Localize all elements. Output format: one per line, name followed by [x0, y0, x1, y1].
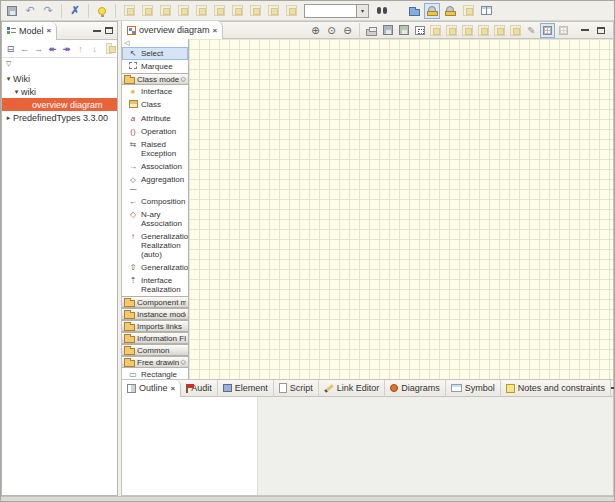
element-tool-button-10[interactable]: [283, 3, 299, 19]
tab-diagrams[interactable]: Diagrams: [385, 380, 446, 397]
collapse-all-button[interactable]: ⊟: [4, 42, 17, 56]
navigate-back-button[interactable]: ←: [18, 42, 31, 56]
user-tool-button[interactable]: [442, 3, 458, 19]
palette-item-generalization[interactable]: ⇧ Generalization: [122, 261, 188, 274]
layout-tool-button-1[interactable]: [428, 23, 443, 38]
tree-item-wiki-project[interactable]: ▾ Wiki: [2, 72, 117, 85]
close-icon[interactable]: ×: [47, 26, 52, 35]
table-view-button[interactable]: [478, 3, 494, 19]
palette-item-select[interactable]: ↖ Select: [122, 47, 188, 60]
hint-button[interactable]: [94, 3, 110, 19]
element-tool-button-2[interactable]: [139, 3, 155, 19]
open-folder-button[interactable]: [406, 3, 422, 19]
tab-script[interactable]: Script: [274, 380, 319, 397]
palette-group-imports-links[interactable]: Imports links: [122, 320, 188, 332]
palette-item-interface-realization[interactable]: ⇡ Interface Realization: [122, 274, 188, 296]
palette-group-class-model[interactable]: Class model ◇: [122, 73, 188, 85]
palette-item-composition[interactable]: ← Composition: [122, 195, 188, 208]
combo-dropdown-button[interactable]: ▾: [356, 4, 369, 18]
tree-item-predefinedtypes[interactable]: ▸ PredefinedTypes 3.3.00: [2, 111, 117, 124]
pin-icon[interactable]: ◇: [181, 358, 186, 366]
fit-to-page-button[interactable]: [412, 23, 427, 38]
tab-model[interactable]: Model ×: [2, 22, 57, 40]
layout-tool-button-2[interactable]: [444, 23, 459, 38]
tab-element[interactable]: Element: [218, 380, 274, 397]
print-button[interactable]: [364, 23, 379, 38]
palette-item-attribute[interactable]: a Attribute: [122, 112, 188, 125]
element-tool-button-3[interactable]: [157, 3, 173, 19]
snap-grid-button[interactable]: [556, 23, 571, 38]
minimize-icon[interactable]: [581, 29, 589, 31]
show-grid-button[interactable]: [540, 23, 555, 38]
element-tool-button-8[interactable]: [247, 3, 263, 19]
layout-tool-button-3[interactable]: [460, 23, 475, 38]
element-tool-button-7[interactable]: [229, 3, 245, 19]
clipped-toolbar-button[interactable]: [102, 42, 115, 56]
tab-audit[interactable]: Audit: [181, 380, 218, 397]
navigate-forward-button[interactable]: →: [32, 42, 45, 56]
pin-icon[interactable]: ◇: [181, 75, 186, 83]
zoom-reset-button[interactable]: ⊙: [324, 23, 339, 38]
zoom-out-button[interactable]: ⊖: [340, 23, 355, 38]
palette-item-generalization-realization-auto[interactable]: ↑ Generalizatio... Realization (auto): [122, 230, 188, 261]
palette-item-association[interactable]: → Association: [122, 160, 188, 173]
diagram-canvas[interactable]: [189, 39, 613, 379]
palette-item-operation[interactable]: () Operation: [122, 125, 188, 138]
palette-item-nary-association[interactable]: ◇ N-ary Association: [122, 208, 188, 230]
view-menu-icon[interactable]: ▽: [6, 60, 11, 68]
minimize-icon[interactable]: [611, 387, 615, 389]
configuration-button[interactable]: ✗: [67, 3, 83, 19]
palette-group-information-flow[interactable]: Information Flo...: [122, 332, 188, 344]
permissions-toggle-button[interactable]: [424, 3, 440, 19]
related-forward-button[interactable]: ↠: [60, 42, 73, 56]
save-diagram-button[interactable]: [380, 23, 395, 38]
element-tool-button-9[interactable]: [265, 3, 281, 19]
undo-button[interactable]: ↶: [22, 3, 38, 19]
maximize-icon[interactable]: [597, 27, 605, 34]
expander-icon[interactable]: ▾: [4, 75, 13, 83]
export-tool-button[interactable]: [460, 3, 476, 19]
element-tool-button-6[interactable]: [211, 3, 227, 19]
close-icon[interactable]: ×: [213, 26, 218, 35]
palette-item-aggregation[interactable]: ◇— Aggregation: [122, 173, 188, 195]
tab-notes-and-constraints[interactable]: Notes and constraints: [501, 380, 611, 397]
palette-collapse-icon[interactable]: ◁: [124, 39, 129, 47]
search-button[interactable]: [374, 3, 390, 19]
zoom-in-button[interactable]: ⊕: [308, 23, 323, 38]
close-icon[interactable]: ×: [171, 384, 176, 393]
style-edit-button[interactable]: ✎: [524, 23, 539, 38]
related-back-button[interactable]: ↞: [46, 42, 59, 56]
element-tool-button-5[interactable]: [193, 3, 209, 19]
save-button[interactable]: [4, 3, 20, 19]
outline-thumbnail[interactable]: [122, 397, 258, 495]
search-input[interactable]: [304, 4, 356, 18]
layout-tool-button-6[interactable]: [508, 23, 523, 38]
palette-item-rectangle[interactable]: ▭ Rectangle: [122, 368, 188, 379]
move-down-button[interactable]: ↓: [88, 42, 101, 56]
move-up-button[interactable]: ↑: [74, 42, 87, 56]
layout-tool-button-4[interactable]: [476, 23, 491, 38]
palette-item-marquee[interactable]: Marquee: [122, 60, 188, 73]
palette-item-class[interactable]: Class: [122, 98, 188, 112]
palette-group-component-model[interactable]: Component mo...: [122, 296, 188, 308]
minimize-icon[interactable]: [93, 30, 101, 32]
expander-icon[interactable]: ▾: [12, 88, 21, 96]
tab-symbol[interactable]: Symbol: [446, 380, 501, 397]
save-image-button[interactable]: [396, 23, 411, 38]
tab-link-editor[interactable]: Link Editor: [319, 380, 386, 397]
palette-item-raised-exception[interactable]: ⇆ Raised Exception: [122, 138, 188, 160]
expander-icon[interactable]: ▸: [4, 114, 13, 122]
tab-outline[interactable]: Outline ×: [122, 380, 181, 397]
redo-button[interactable]: ↷: [40, 3, 56, 19]
palette-group-free-drawing[interactable]: Free drawing ◇: [122, 356, 188, 368]
layout-tool-button-5[interactable]: [492, 23, 507, 38]
palette-group-instance-model[interactable]: Instance model: [122, 308, 188, 320]
palette-item-interface[interactable]: ● Interface: [122, 85, 188, 98]
element-tool-button-4[interactable]: [175, 3, 191, 19]
palette-group-common[interactable]: Common: [122, 344, 188, 356]
tree-item-wiki[interactable]: ▾ wiki: [2, 85, 117, 98]
maximize-icon[interactable]: [105, 27, 113, 34]
tab-overview-diagram[interactable]: overview diagram ×: [122, 21, 223, 39]
tree-item-overview-diagram[interactable]: overview diagram: [2, 98, 117, 111]
element-tool-button-1[interactable]: [121, 3, 137, 19]
